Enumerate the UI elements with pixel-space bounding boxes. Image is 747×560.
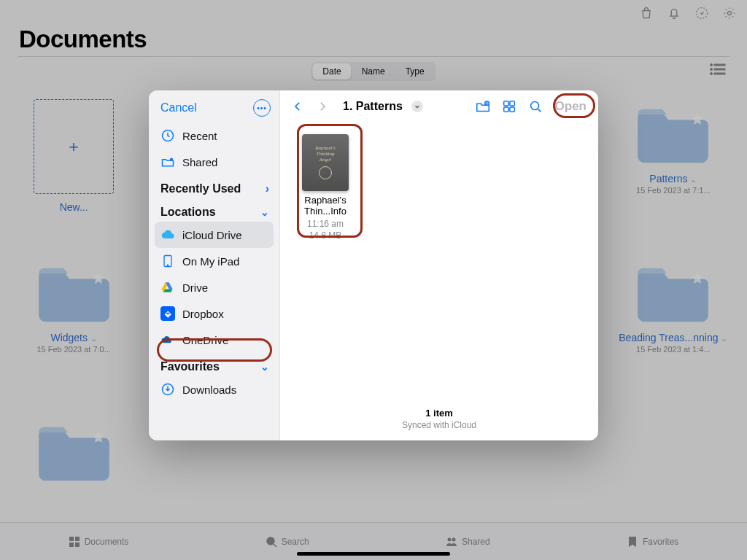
new-folder-button[interactable]: [472, 96, 494, 117]
breadcrumb-menu-button[interactable]: [411, 101, 423, 112]
sidebar-section-locations[interactable]: Locations ⌄: [149, 198, 279, 222]
svg-rect-21: [503, 101, 508, 106]
item-count: 1 item: [280, 408, 598, 419]
sidebar-recently-used[interactable]: Recently Used ›: [149, 175, 279, 198]
svg-point-18: [167, 265, 168, 265]
svg-rect-22: [509, 101, 514, 106]
file-picker-panel: 1. Patterns Open Raphael's Thinking Ange…: [280, 90, 598, 440]
view-mode-button[interactable]: [498, 96, 520, 117]
file-size: 14.8 MB: [293, 230, 357, 241]
file-picker-sidebar: Cancel ••• Recent Shared Recently Used ›…: [149, 90, 280, 440]
open-button[interactable]: Open: [551, 99, 591, 114]
download-icon: [160, 382, 175, 397]
cancel-button[interactable]: Cancel: [160, 101, 197, 114]
onedrive-icon: [160, 332, 175, 347]
svg-point-16: [170, 158, 173, 161]
file-picker-toolbar: 1. Patterns Open: [280, 90, 598, 122]
sidebar-google-drive[interactable]: Drive: [149, 274, 279, 300]
file-thumbnail: Raphael's Thinking Angel: [302, 134, 349, 191]
back-button[interactable]: [287, 96, 308, 117]
dropbox-icon: ⬙: [160, 306, 175, 321]
sidebar-shared[interactable]: Shared: [149, 149, 279, 175]
sidebar-downloads[interactable]: Downloads: [149, 376, 279, 402]
file-name: Raphael's Thin...Info: [293, 195, 357, 217]
sidebar-onedrive[interactable]: OneDrive: [149, 327, 279, 353]
breadcrumb-title[interactable]: 1. Patterns: [343, 100, 403, 113]
file-item[interactable]: Raphael's Thinking Angel Raphael's Thin.…: [293, 134, 357, 241]
file-picker-footer: 1 item Synced with iCloud: [280, 402, 598, 440]
svg-rect-24: [509, 107, 514, 112]
file-picker-modal: Cancel ••• Recent Shared Recently Used ›…: [149, 90, 598, 440]
sidebar-recent[interactable]: Recent: [149, 122, 279, 149]
sidebar-on-my-ipad[interactable]: On My iPad: [149, 248, 279, 274]
sidebar-dropbox[interactable]: ⬙ Dropbox: [149, 300, 279, 327]
svg-point-25: [530, 102, 538, 110]
chevron-down-icon: ⌄: [260, 206, 269, 218]
gdrive-icon: [160, 280, 175, 295]
clock-icon: [160, 128, 175, 143]
chevron-right-icon: ›: [266, 182, 269, 195]
file-time: 11:16 am: [293, 219, 357, 229]
cloud-icon: [160, 228, 175, 242]
search-button[interactable]: [525, 96, 546, 117]
sidebar-icloud-drive[interactable]: iCloud Drive: [155, 222, 274, 248]
file-grid[interactable]: Raphael's Thinking Angel Raphael's Thin.…: [280, 122, 598, 402]
more-options-button[interactable]: •••: [253, 99, 271, 117]
ipad-icon: [160, 254, 175, 268]
svg-rect-23: [503, 107, 508, 112]
forward-button[interactable]: [312, 96, 333, 117]
sidebar-section-favourites[interactable]: Favourites ⌄: [149, 353, 279, 376]
chevron-down-icon: ⌄: [260, 361, 269, 373]
shared-folder-icon: [160, 155, 175, 169]
sync-status: Synced with iCloud: [280, 420, 598, 430]
